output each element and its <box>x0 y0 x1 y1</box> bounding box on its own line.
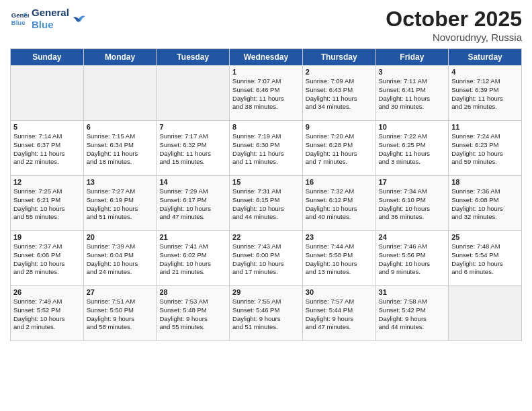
day-info: Sunrise: 7:11 AM <box>379 77 446 86</box>
day-info: Sunset: 6:10 PM <box>379 196 446 205</box>
day-info: Sunset: 6:43 PM <box>306 86 373 95</box>
day-info: and 24 minutes. <box>87 268 154 277</box>
day-number: 24 <box>379 233 446 241</box>
day-info: Daylight: 11 hours <box>87 150 154 158</box>
day-info: Daylight: 10 hours <box>13 205 81 214</box>
day-number: 20 <box>87 233 154 241</box>
day-info: Sunset: 6:23 PM <box>451 141 519 150</box>
day-info: and 38 minutes. <box>232 103 300 111</box>
day-info: and 55 minutes. <box>159 323 226 332</box>
day-info: and 6 minutes. <box>451 268 519 277</box>
day-info: and 36 minutes. <box>379 213 446 222</box>
day-info: Daylight: 11 hours <box>306 95 373 103</box>
calendar-cell: 5Sunrise: 7:14 AMSunset: 6:37 PMDaylight… <box>11 121 84 176</box>
day-info: and 26 minutes. <box>451 103 519 111</box>
calendar-week-5: 26Sunrise: 7:49 AMSunset: 5:52 PMDayligh… <box>11 286 522 341</box>
calendar-cell: 20Sunrise: 7:39 AMSunset: 6:04 PMDayligh… <box>83 231 157 286</box>
logo-bird-icon <box>72 12 85 26</box>
logo-blue: Blue <box>32 19 69 31</box>
day-info: Sunrise: 7:46 AM <box>379 242 446 251</box>
day-info: Sunset: 6:15 PM <box>232 196 300 205</box>
calendar-cell: 2Sunrise: 7:09 AMSunset: 6:43 PMDaylight… <box>302 66 375 121</box>
day-number: 19 <box>13 233 81 241</box>
day-info: Sunset: 6:02 PM <box>159 251 226 260</box>
day-info: Daylight: 10 hours <box>87 205 154 214</box>
day-info: Sunset: 5:52 PM <box>13 306 81 315</box>
day-info: Sunrise: 7:07 AM <box>232 77 300 86</box>
day-number: 25 <box>451 233 519 241</box>
day-info: and 7 minutes. <box>306 158 373 167</box>
day-number: 31 <box>379 288 446 296</box>
day-number: 21 <box>159 233 226 241</box>
calendar-cell <box>157 66 230 121</box>
calendar-cell: 7Sunrise: 7:17 AMSunset: 6:32 PMDaylight… <box>157 121 230 176</box>
day-info: Daylight: 11 hours <box>451 95 519 103</box>
day-info: Daylight: 10 hours <box>451 260 519 269</box>
calendar-cell: 22Sunrise: 7:43 AMSunset: 6:00 PMDayligh… <box>230 231 303 286</box>
day-header-thursday: Thursday <box>302 49 375 66</box>
day-number: 8 <box>232 123 300 131</box>
day-info: and 3 minutes. <box>379 158 446 167</box>
day-number: 4 <box>451 68 519 76</box>
calendar-cell: 14Sunrise: 7:29 AMSunset: 6:17 PMDayligh… <box>157 176 230 231</box>
calendar-cell: 9Sunrise: 7:20 AMSunset: 6:28 PMDaylight… <box>302 121 375 176</box>
day-header-tuesday: Tuesday <box>157 49 230 66</box>
day-header-friday: Friday <box>375 49 449 66</box>
day-info: Sunrise: 7:25 AM <box>13 187 81 196</box>
day-info: Daylight: 11 hours <box>232 150 300 158</box>
calendar-cell: 8Sunrise: 7:19 AMSunset: 6:30 PMDaylight… <box>230 121 303 176</box>
day-info: Daylight: 10 hours <box>451 205 519 214</box>
day-info: Daylight: 10 hours <box>451 150 519 158</box>
day-info: Sunrise: 7:22 AM <box>379 132 446 141</box>
day-info: Daylight: 11 hours <box>13 150 81 158</box>
day-info: Daylight: 10 hours <box>232 260 300 269</box>
logo-icon: General Blue <box>10 9 29 28</box>
day-info: Sunrise: 7:53 AM <box>159 298 226 306</box>
calendar-cell <box>11 66 84 121</box>
page-container: General Blue General Blue October 2025 N… <box>0 0 532 348</box>
day-info: and 13 minutes. <box>306 268 373 277</box>
calendar-header-row: SundayMondayTuesdayWednesdayThursdayFrid… <box>11 49 522 66</box>
day-info: and 15 minutes. <box>159 158 226 167</box>
day-number: 23 <box>306 233 373 241</box>
calendar-cell: 26Sunrise: 7:49 AMSunset: 5:52 PMDayligh… <box>11 286 84 341</box>
day-info: Daylight: 9 hours <box>159 315 226 324</box>
day-info: Sunrise: 7:31 AM <box>232 187 300 196</box>
calendar-cell: 30Sunrise: 7:57 AMSunset: 5:44 PMDayligh… <box>302 286 375 341</box>
day-info: Sunrise: 7:44 AM <box>306 242 373 251</box>
day-info: Daylight: 11 hours <box>159 150 226 158</box>
day-info: and 47 minutes. <box>159 213 226 222</box>
calendar-cell: 31Sunrise: 7:58 AMSunset: 5:42 PMDayligh… <box>375 286 449 341</box>
calendar-cell: 3Sunrise: 7:11 AMSunset: 6:41 PMDaylight… <box>375 66 449 121</box>
svg-text:Blue: Blue <box>11 19 26 26</box>
day-info: Daylight: 11 hours <box>232 95 300 103</box>
day-number: 9 <box>306 123 373 131</box>
day-info: Sunset: 6:08 PM <box>451 196 519 205</box>
day-number: 29 <box>232 288 300 296</box>
day-info: Sunrise: 7:34 AM <box>379 187 446 196</box>
day-number: 1 <box>232 68 300 76</box>
day-number: 11 <box>451 123 519 131</box>
day-info: and 11 minutes. <box>232 158 300 167</box>
day-info: Sunset: 6:32 PM <box>159 141 226 150</box>
day-number: 16 <box>306 178 373 186</box>
logo-general: General <box>32 7 69 19</box>
calendar-week-1: 1Sunrise: 7:07 AMSunset: 6:46 PMDaylight… <box>11 66 522 121</box>
day-number: 7 <box>159 123 226 131</box>
day-info: Sunset: 5:48 PM <box>159 306 226 315</box>
calendar-cell: 16Sunrise: 7:32 AMSunset: 6:12 PMDayligh… <box>302 176 375 231</box>
day-info: Sunset: 6:25 PM <box>379 141 446 150</box>
day-info: Sunrise: 7:19 AM <box>232 132 300 141</box>
day-info: and 51 minutes. <box>232 323 300 332</box>
day-number: 28 <box>159 288 226 296</box>
day-info: Sunrise: 7:57 AM <box>306 298 373 306</box>
day-number: 12 <box>13 178 81 186</box>
day-info: Sunset: 6:34 PM <box>87 141 154 150</box>
day-info: Daylight: 9 hours <box>306 315 373 324</box>
day-info: Sunrise: 7:12 AM <box>451 77 519 86</box>
day-info: and 28 minutes. <box>13 268 81 277</box>
day-info: Sunrise: 7:55 AM <box>232 298 300 306</box>
day-number: 15 <box>232 178 300 186</box>
day-number: 30 <box>306 288 373 296</box>
day-info: Daylight: 10 hours <box>13 315 81 324</box>
